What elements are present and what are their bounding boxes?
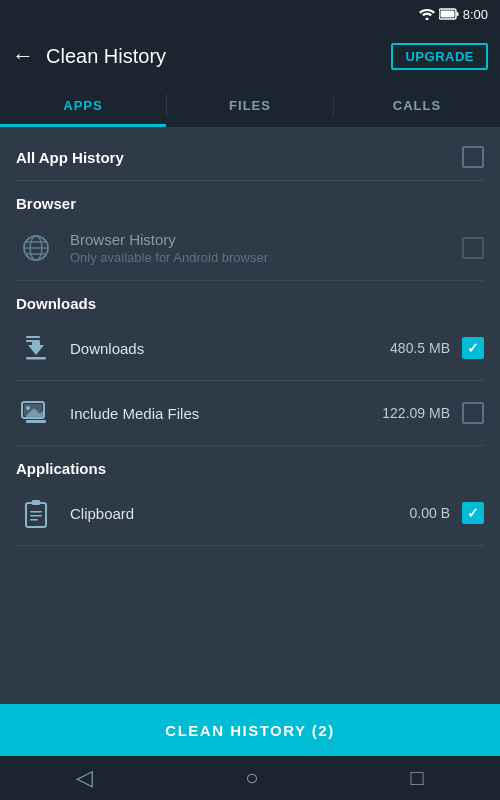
- divider-4: [16, 545, 484, 546]
- media-files-checkbox[interactable]: [462, 402, 484, 424]
- browser-history-label: Browser History: [70, 231, 462, 248]
- svg-rect-12: [26, 357, 46, 360]
- applications-section-label: Applications: [16, 460, 106, 477]
- globe-icon: [21, 233, 51, 263]
- wifi-icon: [419, 8, 435, 20]
- battery-icon: [439, 8, 459, 20]
- svg-rect-3: [440, 11, 454, 18]
- downloads-section-header: Downloads: [0, 281, 500, 316]
- clipboard-checkbox[interactable]: [462, 502, 484, 524]
- svg-rect-10: [26, 340, 40, 342]
- clipboard-size: 0.00 B: [410, 505, 450, 521]
- clipboard-label: Clipboard: [70, 505, 410, 522]
- clipboard-text: Clipboard: [70, 505, 410, 522]
- download-icon-container: [16, 328, 56, 368]
- status-icons: 8:00: [419, 7, 488, 22]
- downloads-section-label: Downloads: [16, 295, 96, 312]
- tab-calls[interactable]: CALLS: [334, 84, 500, 127]
- applications-section-header: Applications: [0, 446, 500, 481]
- status-time: 8:00: [463, 7, 488, 22]
- svg-rect-24: [30, 515, 42, 517]
- downloads-label: Downloads: [70, 340, 390, 357]
- svg-rect-22: [32, 500, 40, 505]
- media-icon-container: [16, 393, 56, 433]
- tab-apps[interactable]: APPS: [0, 84, 166, 127]
- browser-section-label: Browser: [16, 195, 76, 212]
- nav-recent-button[interactable]: □: [411, 765, 424, 791]
- browser-history-text: Browser History Only available for Andro…: [70, 231, 462, 265]
- back-button[interactable]: ←: [12, 43, 34, 69]
- media-files-item: Include Media Files 122.09 MB: [0, 381, 500, 445]
- header-left: ← Clean History: [12, 43, 166, 69]
- all-app-history-label: All App History: [16, 149, 462, 166]
- svg-rect-2: [456, 12, 458, 16]
- media-files-size: 122.09 MB: [382, 405, 450, 421]
- downloads-text: Downloads: [70, 340, 390, 357]
- downloads-item: Downloads 480.5 MB: [0, 316, 500, 380]
- tab-files[interactable]: FILES: [167, 84, 333, 127]
- svg-rect-9: [26, 336, 40, 338]
- clean-history-label: CLEAN HISTORY (2): [165, 722, 334, 739]
- media-files-label: Include Media Files: [70, 405, 382, 422]
- nav-home-button[interactable]: ○: [245, 765, 258, 791]
- clipboard-icon: [23, 498, 49, 528]
- header: ← Clean History UPGRADE: [0, 28, 500, 84]
- svg-point-15: [26, 406, 30, 410]
- svg-point-0: [425, 18, 428, 21]
- upgrade-button[interactable]: UPGRADE: [391, 43, 488, 70]
- clipboard-icon-container: [16, 493, 56, 533]
- browser-history-sublabel: Only available for Android browser: [70, 250, 462, 265]
- globe-icon-container: [16, 228, 56, 268]
- status-bar: 8:00: [0, 0, 500, 28]
- svg-rect-25: [30, 519, 38, 521]
- downloads-size: 480.5 MB: [390, 340, 450, 356]
- downloads-checkbox[interactable]: [462, 337, 484, 359]
- browser-history-item: Browser History Only available for Andro…: [0, 216, 500, 280]
- media-files-text: Include Media Files: [70, 405, 382, 422]
- clean-history-button[interactable]: CLEAN HISTORY (2): [0, 704, 500, 756]
- clipboard-item: Clipboard 0.00 B: [0, 481, 500, 545]
- content-area: All App History Browser Browser History …: [0, 128, 500, 546]
- svg-marker-11: [28, 342, 44, 355]
- all-app-history-checkbox[interactable]: [462, 146, 484, 168]
- media-icon: [20, 398, 52, 428]
- page-title: Clean History: [46, 45, 166, 68]
- svg-rect-23: [30, 511, 42, 513]
- all-app-history-row: All App History: [0, 128, 500, 180]
- tabs-bar: APPS FILES CALLS: [0, 84, 500, 128]
- download-icon: [21, 333, 51, 363]
- nav-bar: ◁ ○ □: [0, 756, 500, 800]
- browser-section-header: Browser: [0, 181, 500, 216]
- nav-back-button[interactable]: ◁: [76, 765, 93, 791]
- browser-history-checkbox[interactable]: [462, 237, 484, 259]
